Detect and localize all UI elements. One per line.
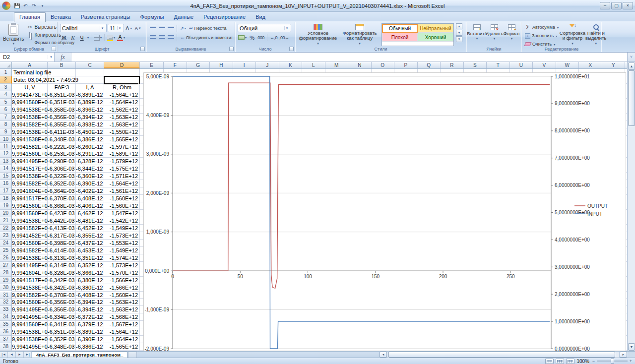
cell-C8[interactable]: -6,393E-12: [76, 121, 104, 128]
number-dialog-launcher[interactable]: [289, 47, 294, 51]
fill-handle[interactable]: [138, 83, 140, 85]
cell-C19[interactable]: -6,406E-12: [76, 202, 104, 210]
row-header-7[interactable]: 7: [0, 114, 12, 121]
cell-B34[interactable]: -6,334E-03: [48, 313, 76, 321]
cell-C38[interactable]: -6,386E-12: [76, 343, 104, 351]
cell-style-Плохой[interactable]: Плохой: [382, 33, 418, 42]
column-header-J[interactable]: J: [256, 62, 279, 68]
cell-B16[interactable]: -6,352E-03: [48, 180, 76, 187]
accounting-format-button[interactable]: ▾: [238, 34, 247, 42]
column-header-L[interactable]: L: [302, 62, 325, 68]
row-header-34[interactable]: 34: [0, 313, 12, 321]
row-header-16[interactable]: 16: [0, 180, 12, 187]
cell-D21[interactable]: -1,542E+12: [104, 217, 140, 225]
autosum-button[interactable]: ΣАвтосумма▾: [524, 23, 560, 31]
cell-D34[interactable]: -1,568E+12: [104, 313, 140, 321]
expand-formula-bar-icon[interactable]: ˅: [627, 53, 635, 61]
cell-C35[interactable]: -6,379E-12: [76, 321, 104, 328]
zoom-in-icon[interactable]: +: [629, 359, 633, 364]
cell-A31[interactable]: 9,9941582E+00: [12, 292, 48, 299]
cell-B32[interactable]: -6,356E-03: [48, 299, 76, 306]
row-header-32[interactable]: 32: [0, 299, 12, 306]
cell-D20[interactable]: -1,547E+12: [104, 210, 140, 217]
cell-A13[interactable]: 9,9941495E+00: [12, 158, 48, 165]
align-center-button[interactable]: [158, 34, 166, 42]
cell-D19[interactable]: -1,560E+12: [104, 202, 140, 210]
cell-A14[interactable]: 9,9941517E+00: [12, 165, 48, 173]
row-header-18[interactable]: 18: [0, 195, 12, 202]
sort-filter-button[interactable]: Сортировка и фильтр ▾: [561, 23, 584, 48]
row-header-30[interactable]: 30: [0, 284, 12, 292]
row-header-14[interactable]: 14: [0, 165, 12, 173]
cell-C6[interactable]: -6,396E-12: [76, 106, 104, 114]
font-name-combo[interactable]: Calibri▾: [60, 24, 107, 32]
row-header-13[interactable]: 13: [0, 158, 12, 165]
cell-D30[interactable]: -1,566E+12: [104, 284, 140, 292]
cell-A38[interactable]: 9,9941495E+00: [12, 343, 48, 351]
page-break-view-icon[interactable]: [566, 359, 574, 364]
percent-button[interactable]: %: [248, 34, 256, 42]
cell-style-Нейтральный[interactable]: Нейтральный: [418, 24, 453, 33]
cell-B8[interactable]: -6,355E-03: [48, 121, 76, 128]
cell-C24[interactable]: -6,437E-12: [76, 240, 104, 247]
column-header-K[interactable]: K: [279, 62, 303, 68]
column-header-N[interactable]: N: [348, 62, 372, 68]
page-layout-view-icon[interactable]: [556, 359, 564, 364]
cell-B5[interactable]: -6,351E-03: [48, 99, 76, 106]
cell-A37[interactable]: 9,9941538E+00: [12, 336, 48, 343]
tab-Вид[interactable]: Вид: [251, 13, 270, 21]
cell-A9[interactable]: 9,9941538E+00: [12, 128, 48, 136]
column-header-I[interactable]: I: [233, 62, 256, 68]
gallery-up-icon[interactable]: ▲: [456, 23, 462, 29]
column-header-R[interactable]: R: [441, 62, 464, 68]
cell-A18[interactable]: 9,9941517E+00: [12, 195, 48, 202]
cell-B19[interactable]: -6,368E-03: [48, 202, 76, 210]
cell-B26[interactable]: -6,313E-03: [48, 254, 76, 262]
row-header-35[interactable]: 35: [0, 321, 12, 328]
cell-B24[interactable]: -6,398E-03: [48, 240, 76, 247]
cell-B10[interactable]: -6,348E-03: [48, 136, 76, 143]
cell-D10[interactable]: -1,565E+12: [104, 136, 140, 143]
cell-C27[interactable]: -6,352E-12: [76, 262, 104, 269]
cell-A10[interactable]: 9,9941538E+00: [12, 136, 48, 143]
cell-C9[interactable]: -6,450E-12: [76, 128, 104, 136]
cell-C34[interactable]: -6,372E-12: [76, 313, 104, 321]
cell-A8[interactable]: 9,9941582E+00: [12, 121, 48, 128]
office-button-icon[interactable]: [2, 1, 10, 10]
cell-D25[interactable]: -1,549E+12: [104, 247, 140, 254]
cell-B38[interactable]: -6,348E-03: [48, 343, 76, 351]
cell-A17[interactable]: 9,9941604E+00: [12, 187, 48, 195]
horizontal-scrollbar[interactable]: ◄ ►: [380, 352, 627, 358]
tab-Формулы[interactable]: Формулы: [135, 13, 169, 21]
cell-D5[interactable]: -1,564E+12: [104, 99, 140, 106]
cell-A26[interactable]: 9,9941538E+00: [12, 254, 48, 262]
cell-A35[interactable]: 9,9941560E+00: [12, 321, 48, 328]
maximize-button[interactable]: ▢: [611, 2, 622, 9]
cell-A33[interactable]: 9,9941495E+00: [12, 306, 48, 313]
row-header-20[interactable]: 20: [0, 210, 12, 217]
cell-D38[interactable]: -1,565E+12: [104, 343, 140, 351]
cell-A7[interactable]: 9,9941538E+00: [12, 114, 48, 121]
fill-color-button[interactable]: ▾: [107, 34, 116, 42]
row-header-6[interactable]: 6: [0, 106, 12, 114]
qat-dropdown-icon[interactable]: ▾: [38, 2, 47, 10]
cell-D16[interactable]: -1,564E+12: [104, 180, 140, 187]
row-header-31[interactable]: 31: [0, 292, 12, 299]
tab-Главная[interactable]: Главная: [14, 12, 46, 22]
delete-cells-button[interactable]: Удалить ▾: [486, 23, 503, 41]
cell-A6[interactable]: 9,9941538E+00: [12, 106, 48, 114]
cell-D29[interactable]: -1,566E+12: [104, 277, 140, 284]
cell-D3[interactable]: R, Ohm: [104, 84, 140, 91]
font-color-button[interactable]: А▾: [117, 34, 126, 42]
cell-A19[interactable]: 9,9941560E+00: [12, 202, 48, 210]
insert-cells-button[interactable]: Вставить ▾: [469, 23, 485, 41]
cell-A2[interactable]: Date: 03,04,2021 - 7:49:29: [13, 76, 78, 84]
cell-C33[interactable]: -6,394E-12: [76, 306, 104, 313]
cell-D37[interactable]: -1,564E+12: [104, 336, 140, 343]
cell-A23[interactable]: 9,9941452E+00: [12, 232, 48, 240]
name-box[interactable]: D2 ▾: [0, 53, 55, 61]
row-header-38[interactable]: 38: [0, 343, 12, 351]
fill-button[interactable]: ↓Заполнить▾: [524, 32, 560, 40]
cell-D8[interactable]: -1,563E+12: [104, 121, 140, 128]
scroll-right-icon[interactable]: ►: [620, 352, 627, 358]
